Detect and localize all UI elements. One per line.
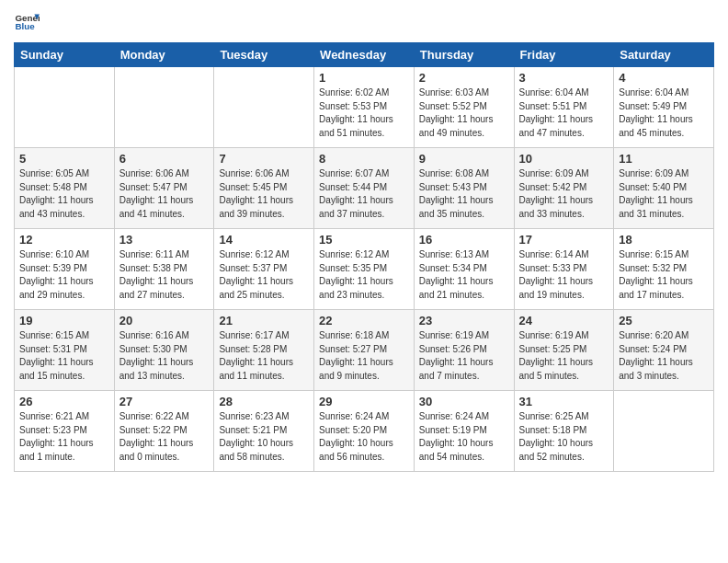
- day-info: Sunrise: 6:13 AM Sunset: 5:34 PM Dayligh…: [419, 248, 509, 302]
- day-cell-31: 29Sunrise: 6:24 AM Sunset: 5:20 PM Dayli…: [314, 391, 415, 472]
- week-row-5: 26Sunrise: 6:21 AM Sunset: 5:23 PM Dayli…: [15, 391, 714, 472]
- day-cell-32: 30Sunrise: 6:24 AM Sunset: 5:19 PM Dayli…: [414, 391, 514, 472]
- day-cell-14: 12Sunrise: 6:10 AM Sunset: 5:39 PM Dayli…: [15, 229, 115, 310]
- day-cell-12: 10Sunrise: 6:09 AM Sunset: 5:42 PM Dayli…: [514, 148, 614, 229]
- day-info: Sunrise: 6:06 AM Sunset: 5:45 PM Dayligh…: [219, 167, 309, 221]
- day-number: 31: [519, 395, 609, 408]
- day-cell-23: 21Sunrise: 6:17 AM Sunset: 5:28 PM Dayli…: [214, 310, 314, 391]
- day-cell-17: 15Sunrise: 6:12 AM Sunset: 5:35 PM Dayli…: [314, 229, 415, 310]
- day-number: 15: [319, 233, 409, 247]
- day-info: Sunrise: 6:04 AM Sunset: 5:49 PM Dayligh…: [619, 86, 709, 140]
- day-cell-33: 31Sunrise: 6:25 AM Sunset: 5:18 PM Dayli…: [514, 391, 614, 472]
- day-cell-0: [15, 67, 115, 148]
- day-cell-9: 7Sunrise: 6:06 AM Sunset: 5:45 PM Daylig…: [214, 148, 314, 229]
- day-info: Sunrise: 6:04 AM Sunset: 5:51 PM Dayligh…: [519, 86, 609, 140]
- day-number: 7: [219, 152, 309, 166]
- weekday-header-row: SundayMondayTuesdayWednesdayThursdayFrid…: [15, 43, 714, 67]
- day-number: 3: [519, 71, 609, 85]
- header: General Blue: [14, 9, 714, 35]
- day-info: Sunrise: 6:16 AM Sunset: 5:30 PM Dayligh…: [119, 329, 210, 383]
- weekday-header-monday: Monday: [114, 43, 214, 67]
- day-info: Sunrise: 6:11 AM Sunset: 5:38 PM Dayligh…: [119, 248, 210, 302]
- day-cell-26: 24Sunrise: 6:19 AM Sunset: 5:25 PM Dayli…: [514, 310, 614, 391]
- day-number: 30: [419, 395, 509, 408]
- day-number: 21: [219, 314, 309, 327]
- day-number: 12: [19, 233, 109, 247]
- day-cell-6: 4Sunrise: 6:04 AM Sunset: 5:49 PM Daylig…: [614, 67, 714, 148]
- day-info: Sunrise: 6:18 AM Sunset: 5:27 PM Dayligh…: [319, 329, 409, 383]
- day-number: 29: [319, 395, 409, 408]
- day-info: Sunrise: 6:17 AM Sunset: 5:28 PM Dayligh…: [219, 329, 309, 383]
- week-row-3: 12Sunrise: 6:10 AM Sunset: 5:39 PM Dayli…: [15, 229, 714, 310]
- week-row-1: 1Sunrise: 6:02 AM Sunset: 5:53 PM Daylig…: [15, 67, 714, 148]
- day-cell-16: 14Sunrise: 6:12 AM Sunset: 5:37 PM Dayli…: [214, 229, 314, 310]
- day-info: Sunrise: 6:22 AM Sunset: 5:22 PM Dayligh…: [119, 410, 210, 464]
- weekday-header-tuesday: Tuesday: [214, 43, 314, 67]
- day-info: Sunrise: 6:14 AM Sunset: 5:33 PM Dayligh…: [519, 248, 609, 302]
- day-cell-30: 28Sunrise: 6:23 AM Sunset: 5:21 PM Dayli…: [214, 391, 314, 472]
- day-number: 6: [119, 152, 210, 166]
- day-number: 17: [519, 233, 609, 247]
- day-cell-1: [114, 67, 214, 148]
- day-cell-18: 16Sunrise: 6:13 AM Sunset: 5:34 PM Dayli…: [414, 229, 514, 310]
- day-cell-8: 6Sunrise: 6:06 AM Sunset: 5:47 PM Daylig…: [114, 148, 214, 229]
- calendar-table: SundayMondayTuesdayWednesdayThursdayFrid…: [14, 42, 714, 472]
- day-info: Sunrise: 6:02 AM Sunset: 5:53 PM Dayligh…: [319, 86, 409, 140]
- weekday-header-thursday: Thursday: [414, 43, 514, 67]
- day-info: Sunrise: 6:19 AM Sunset: 5:25 PM Dayligh…: [519, 329, 609, 383]
- day-info: Sunrise: 6:24 AM Sunset: 5:19 PM Dayligh…: [419, 410, 509, 464]
- day-info: Sunrise: 6:20 AM Sunset: 5:24 PM Dayligh…: [619, 329, 709, 383]
- day-cell-15: 13Sunrise: 6:11 AM Sunset: 5:38 PM Dayli…: [114, 229, 214, 310]
- day-info: Sunrise: 6:21 AM Sunset: 5:23 PM Dayligh…: [19, 410, 109, 464]
- day-number: 2: [419, 71, 509, 85]
- week-row-2: 5Sunrise: 6:05 AM Sunset: 5:48 PM Daylig…: [15, 148, 714, 229]
- day-info: Sunrise: 6:03 AM Sunset: 5:52 PM Dayligh…: [419, 86, 509, 140]
- day-number: 9: [419, 152, 509, 166]
- day-number: 16: [419, 233, 509, 247]
- day-number: 24: [519, 314, 609, 327]
- day-number: 11: [619, 152, 709, 166]
- day-number: 23: [419, 314, 509, 327]
- day-cell-21: 19Sunrise: 6:15 AM Sunset: 5:31 PM Dayli…: [15, 310, 115, 391]
- day-cell-28: 26Sunrise: 6:21 AM Sunset: 5:23 PM Dayli…: [15, 391, 115, 472]
- day-number: 26: [19, 395, 109, 408]
- day-info: Sunrise: 6:12 AM Sunset: 5:37 PM Dayligh…: [219, 248, 309, 302]
- day-info: Sunrise: 6:19 AM Sunset: 5:26 PM Dayligh…: [419, 329, 509, 383]
- day-cell-4: 2Sunrise: 6:03 AM Sunset: 5:52 PM Daylig…: [414, 67, 514, 148]
- day-cell-22: 20Sunrise: 6:16 AM Sunset: 5:30 PM Dayli…: [114, 310, 214, 391]
- day-info: Sunrise: 6:25 AM Sunset: 5:18 PM Dayligh…: [519, 410, 609, 464]
- day-cell-11: 9Sunrise: 6:08 AM Sunset: 5:43 PM Daylig…: [414, 148, 514, 229]
- generalblue-logo-icon: General Blue: [14, 9, 40, 35]
- day-number: 14: [219, 233, 309, 247]
- day-info: Sunrise: 6:10 AM Sunset: 5:39 PM Dayligh…: [19, 248, 109, 302]
- day-number: 25: [619, 314, 709, 327]
- day-info: Sunrise: 6:23 AM Sunset: 5:21 PM Dayligh…: [219, 410, 309, 464]
- day-info: Sunrise: 6:09 AM Sunset: 5:42 PM Dayligh…: [519, 167, 609, 221]
- day-cell-19: 17Sunrise: 6:14 AM Sunset: 5:33 PM Dayli…: [514, 229, 614, 310]
- day-number: 20: [119, 314, 210, 327]
- day-info: Sunrise: 6:07 AM Sunset: 5:44 PM Dayligh…: [319, 167, 409, 221]
- day-info: Sunrise: 6:15 AM Sunset: 5:32 PM Dayligh…: [619, 248, 709, 302]
- day-cell-34: [614, 391, 714, 472]
- day-number: 19: [19, 314, 109, 327]
- week-row-4: 19Sunrise: 6:15 AM Sunset: 5:31 PM Dayli…: [15, 310, 714, 391]
- weekday-header-friday: Friday: [514, 43, 614, 67]
- day-cell-2: [214, 67, 314, 148]
- day-cell-5: 3Sunrise: 6:04 AM Sunset: 5:51 PM Daylig…: [514, 67, 614, 148]
- svg-text:Blue: Blue: [15, 21, 35, 31]
- day-info: Sunrise: 6:05 AM Sunset: 5:48 PM Dayligh…: [19, 167, 109, 221]
- logo: General Blue: [14, 9, 43, 35]
- day-info: Sunrise: 6:15 AM Sunset: 5:31 PM Dayligh…: [19, 329, 109, 383]
- day-number: 4: [619, 71, 709, 85]
- day-number: 8: [319, 152, 409, 166]
- day-info: Sunrise: 6:24 AM Sunset: 5:20 PM Dayligh…: [319, 410, 409, 464]
- day-number: 13: [119, 233, 210, 247]
- day-info: Sunrise: 6:06 AM Sunset: 5:47 PM Dayligh…: [119, 167, 210, 221]
- weekday-header-wednesday: Wednesday: [314, 43, 415, 67]
- weekday-header-sunday: Sunday: [15, 43, 115, 67]
- weekday-header-saturday: Saturday: [614, 43, 714, 67]
- day-cell-13: 11Sunrise: 6:09 AM Sunset: 5:40 PM Dayli…: [614, 148, 714, 229]
- day-info: Sunrise: 6:08 AM Sunset: 5:43 PM Dayligh…: [419, 167, 509, 221]
- day-number: 10: [519, 152, 609, 166]
- day-number: 1: [319, 71, 409, 85]
